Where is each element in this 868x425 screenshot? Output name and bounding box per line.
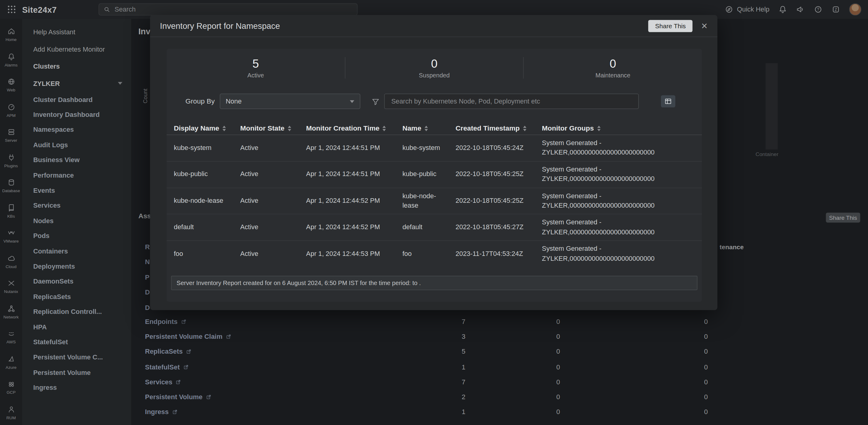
modal-header: Inventory Report for Namespace Share Thi… (150, 15, 717, 37)
screen: Site24x7 Quick Help ? Z Home Alarms (0, 0, 868, 425)
column-header[interactable]: Name (402, 124, 456, 132)
cell-created-timestamp: 2023-11-17T04:53:24Z (456, 246, 542, 262)
table-row: foo Active Apr 1, 2024 12:44:53 PM foo 2… (166, 240, 702, 267)
sort-icon (523, 125, 526, 131)
table-row: kube-system Active Apr 1, 2024 12:44:51 … (166, 135, 702, 161)
sort-icon (383, 125, 386, 131)
cell-name: kube-system (402, 140, 456, 156)
report-footer-note: Server Inventory Report created for on 6… (171, 276, 698, 290)
group-by-dropdown[interactable]: None (220, 93, 360, 109)
cell-display-name: kube-public (174, 166, 240, 183)
share-this-button[interactable]: Share This (649, 20, 692, 32)
status-stat: 0 Maintenance (523, 57, 702, 78)
report-controls: Group By None (166, 93, 702, 110)
close-icon[interactable]: × (702, 20, 708, 31)
cell-monitor-groups: System Generated - ZYLKER,00000000000000… (542, 135, 695, 161)
cell-name: kube-node-lease (402, 188, 456, 214)
cell-name: foo (402, 246, 456, 262)
cell-creation-time: Apr 1, 2024 12:44:53 PM (306, 246, 402, 262)
cell-monitor-state: Active (240, 166, 306, 183)
filter-funnel-icon[interactable] (371, 97, 379, 105)
status-stat: 0 Suspended (345, 57, 524, 78)
cell-created-timestamp: 2022-10-18T05:45:25Z (456, 166, 542, 183)
stat-value: 0 (345, 57, 524, 70)
table-row: kube-node-lease Active Apr 1, 2024 12:44… (166, 188, 702, 214)
cell-creation-time: Apr 1, 2024 12:44:51 PM (306, 166, 402, 183)
modal-actions: Share This × (649, 20, 708, 32)
cell-monitor-state: Active (240, 140, 306, 156)
group-by-label: Group By (185, 97, 215, 105)
cell-created-timestamp: 2022-10-18T05:45:25Z (456, 193, 542, 209)
cell-created-timestamp: 2022-10-18T05:45:27Z (456, 219, 542, 236)
cell-creation-time: Apr 1, 2024 12:44:51 PM (306, 140, 402, 156)
cell-creation-time: Apr 1, 2024 12:44:52 PM (306, 219, 402, 236)
modal-title: Inventory Report for Namespace (160, 21, 280, 30)
cell-monitor-state: Active (240, 219, 306, 236)
chevron-down-icon (350, 100, 354, 102)
cell-monitor-groups: System Generated - ZYLKER,00000000000000… (542, 188, 695, 214)
table-header: Display Name Monitor State Monitor Creat… (166, 122, 702, 135)
cell-display-name: foo (174, 246, 240, 262)
report-search[interactable] (384, 93, 639, 109)
sort-icon (425, 125, 428, 131)
cell-monitor-state: Active (240, 246, 306, 262)
cell-created-timestamp: 2022-10-18T05:45:24Z (456, 140, 542, 156)
sort-icon (597, 125, 600, 131)
column-header[interactable]: Monitor Creation Time (306, 124, 402, 132)
cell-display-name: default (174, 219, 240, 236)
cell-display-name: kube-node-lease (174, 193, 240, 209)
report-panel: 5 Active 0 Suspended 0 Maintenance Group… (166, 49, 702, 302)
cell-name: kube-public (402, 166, 456, 183)
report-search-input[interactable] (390, 97, 633, 105)
cell-monitor-state: Active (240, 193, 306, 209)
sort-icon (222, 125, 226, 131)
column-chooser-button[interactable] (661, 95, 675, 108)
modal-body: 5 Active 0 Suspended 0 Maintenance Group… (150, 37, 717, 302)
status-summary: 5 Active 0 Suspended 0 Maintenance (166, 49, 702, 87)
cell-monitor-groups: System Generated - ZYLKER,00000000000000… (542, 241, 695, 267)
status-stat: 5 Active (166, 57, 345, 78)
cell-name: default (402, 219, 456, 236)
stat-label: Maintenance (524, 72, 702, 78)
cell-display-name: kube-system (174, 140, 240, 156)
column-header[interactable]: Display Name (174, 124, 240, 132)
cell-creation-time: Apr 1, 2024 12:44:52 PM (306, 193, 402, 209)
table-body: kube-system Active Apr 1, 2024 12:44:51 … (166, 135, 702, 267)
sort-icon (288, 125, 291, 131)
cell-monitor-groups: System Generated - ZYLKER,00000000000000… (542, 161, 695, 187)
stat-value: 5 (166, 57, 345, 70)
cell-monitor-groups: System Generated - ZYLKER,00000000000000… (542, 214, 695, 240)
column-header[interactable]: Created Timestamp (456, 124, 542, 132)
table-columns-icon (664, 97, 672, 105)
inventory-report-modal: Inventory Report for Namespace Share Thi… (150, 15, 717, 310)
stat-value: 0 (524, 57, 702, 70)
column-header[interactable]: Monitor Groups (542, 124, 695, 132)
group-by-value: None (226, 97, 242, 105)
stat-label: Active (166, 72, 345, 78)
column-header[interactable]: Monitor State (240, 124, 306, 132)
table-row: default Active Apr 1, 2024 12:44:52 PM d… (166, 214, 702, 240)
stat-label: Suspended (345, 72, 524, 78)
table-row: kube-public Active Apr 1, 2024 12:44:51 … (166, 161, 702, 187)
